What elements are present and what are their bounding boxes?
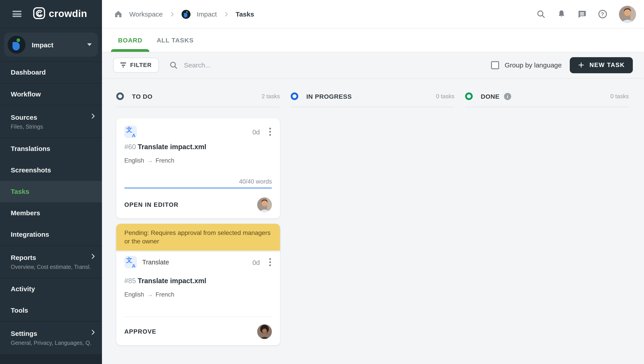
project-switcher[interactable]: Impact	[4, 32, 98, 57]
task-title: #85Translate impact.xml	[124, 276, 272, 286]
column-in-progress-header: IN PROGRESS 0 tasks	[291, 86, 454, 107]
task-languages: English → French	[124, 291, 272, 298]
task-card-60[interactable]: 文A 0d #60Translate impact.xml English	[116, 118, 280, 218]
tab-board[interactable]: BOARD	[111, 28, 150, 52]
sidebar-item-reports[interactable]: Reports Overview, Cost estimate, Transl.…	[0, 246, 102, 278]
chevron-right-icon	[89, 112, 97, 122]
chevron-right-icon	[89, 253, 97, 262]
info-icon[interactable]: i	[504, 93, 511, 100]
due-badge: 0d	[253, 128, 260, 136]
progress-bar	[124, 187, 272, 189]
column-in-progress: IN PROGRESS 0 tasks	[291, 86, 454, 107]
done-count: 0 tasks	[610, 93, 629, 100]
crowdin-logo-text: crowdin	[49, 8, 87, 20]
kebab-menu-icon[interactable]	[268, 127, 272, 137]
board-content: FILTER Group by language NEW TASK	[102, 52, 644, 364]
divider	[0, 28, 102, 28]
group-by-language-label: Group by language	[505, 61, 562, 69]
plus-icon	[578, 62, 584, 68]
column-done-header: DONE i 0 tasks	[465, 86, 629, 107]
messages-icon[interactable]	[577, 9, 587, 19]
assignee-avatar[interactable]	[257, 324, 272, 339]
breadcrumb-project[interactable]: Impact	[197, 10, 217, 18]
in-progress-status-icon	[291, 92, 298, 100]
search-input[interactable]	[183, 61, 326, 69]
user-avatar[interactable]	[619, 6, 636, 22]
chevron-right-icon	[223, 11, 230, 17]
sidebar-footer	[0, 354, 102, 364]
kanban-board: TO DO 2 tasks 文A 0d	[102, 78, 644, 345]
group-by-language-checkbox[interactable]	[491, 61, 499, 69]
word-count: 40/40 words	[124, 178, 272, 185]
chevron-right-icon	[89, 329, 97, 338]
arrow-right-icon: →	[147, 291, 153, 298]
column-done: DONE i 0 tasks	[465, 86, 629, 107]
column-todo-header: TO DO 2 tasks	[116, 86, 280, 107]
divider	[124, 317, 272, 317]
sidebar-item-integrations[interactable]: Integrations	[0, 224, 102, 245]
crowdin-logo-icon	[33, 7, 45, 21]
task-type-label: Translate	[142, 258, 169, 266]
search-icon	[169, 60, 178, 70]
due-badge: 0d	[253, 258, 260, 266]
open-in-editor-button[interactable]: OPEN IN EDITOR	[124, 202, 178, 208]
sidebar-item-settings[interactable]: Settings General, Privacy, Languages, Q.…	[0, 322, 102, 354]
home-icon[interactable]	[113, 9, 123, 19]
todo-count: 2 tasks	[262, 93, 280, 100]
help-icon[interactable]: ?	[597, 9, 607, 19]
notifications-bell-icon[interactable]	[556, 9, 566, 19]
project-name: Impact	[32, 41, 54, 48]
app-window: crowdin Impact Dashboard Workflow Source…	[0, 0, 644, 364]
top-header: Workspace Impact Tasks ?	[102, 0, 644, 28]
pending-banner: Pending: Requires approval from selected…	[116, 224, 280, 250]
approve-button[interactable]: APPROVE	[124, 328, 156, 335]
assignee-avatar[interactable]	[257, 198, 272, 212]
new-task-button[interactable]: NEW TASK	[570, 57, 633, 73]
column-todo: TO DO 2 tasks 文A 0d	[116, 86, 280, 345]
task-languages: English → French	[124, 157, 272, 164]
kebab-menu-icon[interactable]	[268, 257, 272, 267]
sidebar-item-tasks[interactable]: Tasks	[0, 181, 102, 202]
tab-bar: BOARD ALL TASKS	[102, 28, 644, 52]
breadcrumb-project-avatar	[181, 10, 190, 18]
crowdin-logo[interactable]: crowdin	[33, 7, 87, 21]
filter-button[interactable]: FILTER	[113, 58, 159, 72]
chevron-down-icon	[87, 43, 92, 46]
sidebar-header: crowdin	[0, 0, 102, 28]
translate-task-icon: 文A	[124, 126, 137, 138]
search-icon[interactable]	[536, 9, 546, 19]
sidebar-item-tools[interactable]: Tools	[0, 300, 102, 321]
sidebar-item-translations[interactable]: Translations	[0, 138, 102, 160]
search-box	[169, 60, 326, 70]
done-status-icon	[465, 92, 473, 100]
sidebar-item-dashboard[interactable]: Dashboard	[0, 62, 102, 83]
sidebar-item-members[interactable]: Members	[0, 202, 102, 224]
chevron-right-icon	[169, 11, 175, 17]
progress-fill	[124, 187, 272, 189]
arrow-right-icon: →	[147, 157, 153, 164]
breadcrumb: Workspace Impact Tasks	[113, 9, 254, 19]
tab-all-tasks[interactable]: ALL TASKS	[150, 28, 201, 52]
filter-icon	[120, 62, 126, 68]
sidebar-item-activity[interactable]: Activity	[0, 278, 102, 300]
project-avatar	[8, 36, 26, 54]
todo-status-icon	[116, 92, 124, 100]
task-title: #60Translate impact.xml	[124, 142, 272, 152]
breadcrumb-workspace[interactable]: Workspace	[129, 10, 163, 18]
sidebar-item-sources[interactable]: Sources Files, Strings	[0, 106, 102, 138]
active-tab-underline	[111, 49, 150, 52]
task-card-85[interactable]: Pending: Requires approval from selected…	[116, 224, 280, 345]
menu-icon[interactable]	[13, 11, 22, 17]
sidebar: crowdin Impact Dashboard Workflow Source…	[0, 0, 102, 364]
in-progress-count: 0 tasks	[436, 93, 454, 100]
toolbar: FILTER Group by language NEW TASK	[102, 52, 644, 78]
sidebar-item-screenshots[interactable]: Screenshots	[0, 160, 102, 181]
translate-task-icon: 文A	[124, 256, 137, 268]
breadcrumb-current-page: Tasks	[236, 10, 254, 18]
sidebar-item-workflow[interactable]: Workflow	[0, 84, 102, 105]
